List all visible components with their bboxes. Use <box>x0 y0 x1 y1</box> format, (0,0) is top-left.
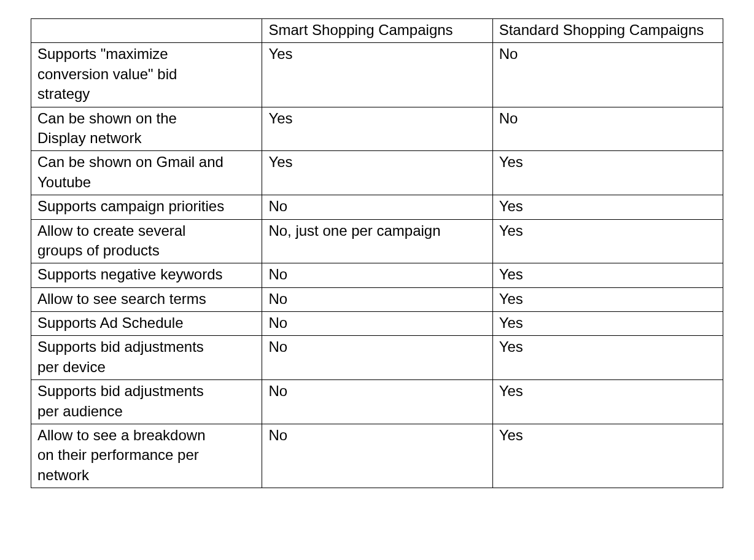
standard-cell: No <box>492 43 723 107</box>
standard-cell: No <box>492 107 723 151</box>
table-row: Supports "maximize conversion value" bid… <box>31 43 723 107</box>
table-row: Supports bid adjustments per audience No… <box>31 380 723 424</box>
smart-cell: Yes <box>262 107 492 151</box>
feature-cell: Allow to create several groups of produc… <box>31 219 262 263</box>
table-row: Supports bid adjustments per device No Y… <box>31 336 723 380</box>
header-standard-shopping: Standard Shopping Campaigns <box>492 19 723 43</box>
standard-cell: Yes <box>492 312 723 336</box>
table-row: Can be shown on the Display network Yes … <box>31 107 723 151</box>
smart-cell: No <box>262 287 492 311</box>
header-blank <box>31 19 262 43</box>
feature-cell: Allow to see a breakdown on their perfor… <box>31 424 262 488</box>
table-body: Supports "maximize conversion value" bid… <box>31 43 723 488</box>
table-row: Can be shown on Gmail and Youtube Yes Ye… <box>31 151 723 195</box>
smart-cell: No <box>262 312 492 336</box>
feature-cell: Can be shown on Gmail and Youtube <box>31 151 262 195</box>
standard-cell: Yes <box>492 263 723 287</box>
smart-cell: Yes <box>262 151 492 195</box>
standard-cell: Yes <box>492 219 723 263</box>
standard-cell: Yes <box>492 287 723 311</box>
smart-cell: No <box>262 195 492 219</box>
standard-cell: Yes <box>492 151 723 195</box>
smart-cell: No <box>262 336 492 380</box>
header-smart-shopping: Smart Shopping Campaigns <box>262 19 492 43</box>
feature-cell: Supports campaign priorities <box>31 195 262 219</box>
standard-cell: Yes <box>492 195 723 219</box>
table-row: Allow to see a breakdown on their perfor… <box>31 424 723 488</box>
feature-cell: Supports "maximize conversion value" bid… <box>31 43 262 107</box>
feature-cell: Supports negative keywords <box>31 263 262 287</box>
standard-cell: Yes <box>492 424 723 488</box>
table-row: Supports campaign priorities No Yes <box>31 195 723 219</box>
comparison-table: Smart Shopping Campaigns Standard Shoppi… <box>31 18 723 488</box>
table-row: Allow to see search terms No Yes <box>31 287 723 311</box>
smart-cell: No <box>262 424 492 488</box>
feature-cell: Supports Ad Schedule <box>31 312 262 336</box>
table-header-row: Smart Shopping Campaigns Standard Shoppi… <box>31 19 723 43</box>
smart-cell: No, just one per campaign <box>262 219 492 263</box>
smart-cell: No <box>262 380 492 424</box>
standard-cell: Yes <box>492 380 723 424</box>
table-row: Supports negative keywords No Yes <box>31 263 723 287</box>
smart-cell: No <box>262 263 492 287</box>
feature-cell: Can be shown on the Display network <box>31 107 262 151</box>
table-row: Supports Ad Schedule No Yes <box>31 312 723 336</box>
smart-cell: Yes <box>262 43 492 107</box>
table-row: Allow to create several groups of produc… <box>31 219 723 263</box>
feature-cell: Supports bid adjustments per audience <box>31 380 262 424</box>
standard-cell: Yes <box>492 336 723 380</box>
feature-cell: Supports bid adjustments per device <box>31 336 262 380</box>
feature-cell: Allow to see search terms <box>31 287 262 311</box>
